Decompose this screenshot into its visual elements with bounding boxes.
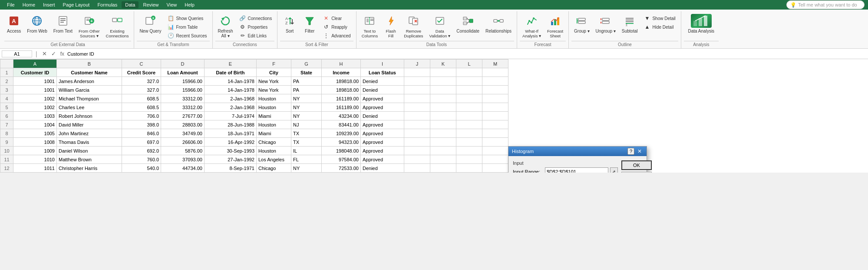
cell-i8[interactable]: Approved xyxy=(361,129,404,138)
connections-button[interactable]: 🔗 Connections xyxy=(237,14,275,23)
menu-insert[interactable]: Insert xyxy=(40,1,59,8)
input-range-field[interactable] xyxy=(545,167,608,173)
cell-f3[interactable]: New York xyxy=(257,86,291,94)
cell-k2[interactable] xyxy=(430,77,456,86)
cell-d12[interactable]: 44734.00 xyxy=(161,164,205,173)
dialog-close-button[interactable]: ✕ xyxy=(636,148,643,155)
cell-d9[interactable]: 26606.00 xyxy=(161,138,205,147)
cell-f2[interactable]: New York xyxy=(257,77,291,86)
cell-a3[interactable]: 1001 xyxy=(13,86,57,94)
cell-e11[interactable]: 27-Jan-1992 xyxy=(205,155,257,164)
cell-m5[interactable] xyxy=(482,103,508,112)
cell-k4[interactable] xyxy=(430,94,456,103)
cell-k1[interactable] xyxy=(430,68,456,77)
cell-i5[interactable]: Approved xyxy=(361,103,404,112)
cell-e2[interactable]: 14-Jan-1978 xyxy=(205,77,257,86)
col-header-a[interactable]: A xyxy=(13,60,57,68)
cell-l7[interactable] xyxy=(456,120,482,129)
cell-g2[interactable]: PA xyxy=(291,77,322,86)
what-if-button[interactable]: What-IfAnalysis ▾ xyxy=(520,12,544,40)
cell-b2[interactable]: James Anderson xyxy=(57,77,122,86)
cell-d5[interactable]: 33312.00 xyxy=(161,103,205,112)
cell-f7[interactable]: Houston xyxy=(257,120,291,129)
cell-i3[interactable]: Denied xyxy=(361,86,404,94)
cell-m11[interactable] xyxy=(482,155,508,164)
cell-a7[interactable]: 1004 xyxy=(13,120,57,129)
cell-b10[interactable]: Daniel Wilson xyxy=(57,147,122,155)
cell-c12[interactable]: 540.0 xyxy=(122,164,161,173)
cell-a5[interactable]: 1002 xyxy=(13,103,57,112)
hide-detail-button[interactable]: ▲ Hide Detail xyxy=(641,23,678,31)
other-sources-button[interactable]: + From OtherSources ▾ xyxy=(76,12,102,40)
cell-i11[interactable]: Approved xyxy=(361,155,404,164)
cell-g3[interactable]: PA xyxy=(291,86,322,94)
cell-k3[interactable] xyxy=(430,86,456,94)
cell-c8[interactable]: 846.0 xyxy=(122,129,161,138)
cell-h12[interactable]: 72533.00 xyxy=(322,164,361,173)
refresh-all-button[interactable]: RefreshAll ▾ xyxy=(215,12,236,40)
menu-file[interactable]: File xyxy=(3,1,18,8)
remove-duplicates-button[interactable]: RemoveDuplicates xyxy=(401,12,426,40)
cell-b8[interactable]: John Martinez xyxy=(57,129,122,138)
col-header-h[interactable]: H xyxy=(322,60,361,68)
menu-help[interactable]: Help xyxy=(181,1,198,8)
cell-e9[interactable]: 16-Apr-1992 xyxy=(205,138,257,147)
cell-j7[interactable] xyxy=(404,120,430,129)
show-queries-button[interactable]: 📋 Show Queries xyxy=(165,14,209,23)
text-to-columns-button[interactable]: Text toColumns xyxy=(359,12,381,40)
cell-d2[interactable]: 15966.00 xyxy=(161,77,205,86)
clear-button[interactable]: ✕ Clear xyxy=(320,14,353,23)
cell-g11[interactable]: FL xyxy=(291,155,322,164)
cell-j9[interactable] xyxy=(404,138,430,147)
cell-h7[interactable]: 83441.00 xyxy=(322,120,361,129)
edit-links-button[interactable]: ✏ Edit Links xyxy=(237,31,275,40)
cell-f6[interactable]: Miami xyxy=(257,112,291,120)
show-detail-button[interactable]: ▼ Show Detail xyxy=(641,14,678,23)
cell-d8[interactable]: 34749.00 xyxy=(161,129,205,138)
from-table-button[interactable]: 📊 From Table xyxy=(165,23,209,31)
cell-j1[interactable] xyxy=(404,68,430,77)
cell-c4[interactable]: 608.5 xyxy=(122,94,161,103)
menu-home[interactable]: Home xyxy=(19,1,39,8)
cell-b6[interactable]: Robert Johnson xyxy=(57,112,122,120)
recent-sources-button[interactable]: 🕐 Recent Sources xyxy=(165,31,209,40)
cell-h11[interactable]: 97584.00 xyxy=(322,155,361,164)
ok-button[interactable]: OK xyxy=(621,160,652,170)
cell-a6[interactable]: 1003 xyxy=(13,112,57,120)
cell-l2[interactable] xyxy=(456,77,482,86)
cell-g10[interactable]: IL xyxy=(291,147,322,155)
col-header-d[interactable]: D xyxy=(161,60,205,68)
subtotal-button[interactable]: Σ Subtotal xyxy=(619,12,640,35)
cell-j2[interactable] xyxy=(404,77,430,86)
cell-f8[interactable]: Miami xyxy=(257,129,291,138)
cell-k6[interactable] xyxy=(430,112,456,120)
reapply-button[interactable]: ↺ Reapply xyxy=(320,23,353,31)
insert-function-icon[interactable]: fx xyxy=(59,50,66,57)
cell-c3[interactable]: 327.0 xyxy=(122,86,161,94)
cell-c5[interactable]: 608.5 xyxy=(122,103,161,112)
cell-k7[interactable] xyxy=(430,120,456,129)
col-header-k[interactable]: K xyxy=(430,60,456,68)
cell-e6[interactable]: 7-Jul-1974 xyxy=(205,112,257,120)
cell-a2[interactable]: 1001 xyxy=(13,77,57,86)
group-button[interactable]: Group ▾ xyxy=(571,12,592,35)
cell-b11[interactable]: Matthew Brown xyxy=(57,155,122,164)
cell-h2[interactable]: 189818.00 xyxy=(322,77,361,86)
cell-e3[interactable]: 14-Jan-1978 xyxy=(205,86,257,94)
properties-button[interactable]: ⚙ Properties xyxy=(237,23,275,31)
cell-f12[interactable]: Chicago xyxy=(257,164,291,173)
cell-k5[interactable] xyxy=(430,103,456,112)
cell-h1[interactable]: Income xyxy=(322,68,361,77)
col-header-j[interactable]: J xyxy=(404,60,430,68)
cell-a12[interactable]: 1011 xyxy=(13,164,57,173)
existing-connections-button[interactable]: ExistingConnections xyxy=(103,12,132,40)
cancel-formula-icon[interactable]: ✕ xyxy=(41,50,48,57)
menu-view[interactable]: View xyxy=(163,1,181,8)
cell-m8[interactable] xyxy=(482,129,508,138)
cell-m12[interactable] xyxy=(482,164,508,173)
cell-d3[interactable]: 15966.00 xyxy=(161,86,205,94)
cell-l9[interactable] xyxy=(456,138,482,147)
cell-g6[interactable]: NY xyxy=(291,112,322,120)
cell-h3[interactable]: 189818.00 xyxy=(322,86,361,94)
cell-b12[interactable]: Christopher Harris xyxy=(57,164,122,173)
